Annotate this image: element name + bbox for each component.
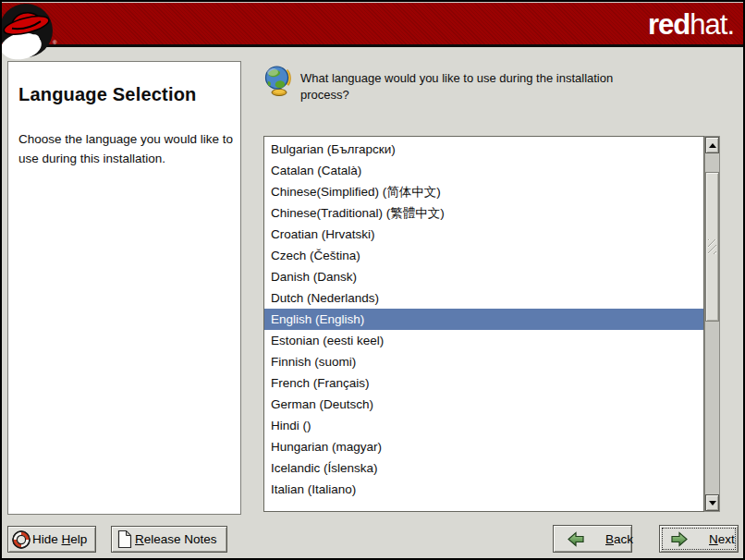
list-item[interactable]: Chinese(Simplified) (简体中文) xyxy=(264,181,703,202)
scroll-up-button[interactable] xyxy=(705,137,719,153)
list-item[interactable]: Icelandic (Íslenska) xyxy=(264,457,703,479)
list-item[interactable]: Estonian (eesti keel) xyxy=(264,330,703,351)
scroll-up-icon xyxy=(709,143,716,148)
help-text: Choose the language you would like to us… xyxy=(18,129,235,168)
list-item[interactable]: Chinese(Traditional) (繁體中文) xyxy=(264,202,703,224)
redhat-wordmark: redhat. xyxy=(648,8,734,42)
scrollbar-thumb[interactable] xyxy=(705,172,719,322)
hide-help-button[interactable]: Hide Help xyxy=(7,526,96,553)
redhat-shadowman-logo-icon: ® xyxy=(2,3,61,62)
title-banner: redhat. xyxy=(2,2,743,47)
list-item[interactable]: Dutch (Nederlands) xyxy=(264,287,703,309)
arrow-left-icon xyxy=(567,531,585,547)
scroll-down-icon xyxy=(709,501,716,505)
lifebuoy-icon xyxy=(11,530,31,550)
list-item[interactable]: Finnish (suomi) xyxy=(264,351,703,372)
next-button[interactable]: Next xyxy=(659,525,739,553)
list-item[interactable]: Czech (Čeština) xyxy=(264,245,703,266)
next-label: Next xyxy=(709,532,735,546)
list-item[interactable]: Hungarian (magyar) xyxy=(264,436,703,457)
list-item[interactable]: Italian (Italiano) xyxy=(264,479,703,500)
question-text: What language would you like to use duri… xyxy=(300,65,641,103)
back-button[interactable]: Back xyxy=(553,525,632,553)
wordmark-red: red xyxy=(648,8,690,41)
list-item[interactable]: Croatian (Hrvatski) xyxy=(264,224,703,245)
page-title: Language Selection xyxy=(18,84,229,105)
installer-window: redhat. ® Language Selection Choose the … xyxy=(0,0,745,560)
help-panel: Language Selection Choose the language y… xyxy=(7,61,241,515)
release-notes-button[interactable]: Release Notes xyxy=(111,526,227,553)
back-label: Back xyxy=(605,532,633,546)
list-item[interactable]: Bulgarian (Български) xyxy=(264,139,703,160)
arrow-right-icon xyxy=(670,531,689,547)
language-list[interactable]: Bulgarian (Български) Catalan (Català) C… xyxy=(263,136,704,512)
list-scrollbar[interactable] xyxy=(704,136,720,512)
list-item-selected[interactable]: English (English) xyxy=(264,309,703,330)
list-item[interactable]: Catalan (Català) xyxy=(264,160,703,181)
list-item[interactable]: Hindi () xyxy=(264,415,703,436)
list-item[interactable]: Danish (Dansk) xyxy=(264,266,703,287)
globe-icon xyxy=(264,65,292,96)
list-item[interactable]: German (Deutsch) xyxy=(264,394,703,415)
list-item[interactable]: French (Français) xyxy=(264,372,703,394)
scroll-down-button[interactable] xyxy=(705,494,719,511)
document-icon xyxy=(116,530,133,549)
hide-help-label: Hide Help xyxy=(32,532,87,546)
question-row: What language would you like to use duri… xyxy=(264,65,641,103)
wordmark-hat: hat. xyxy=(690,8,734,41)
release-notes-label: Release Notes xyxy=(135,532,217,546)
registered-mark: ® xyxy=(53,40,57,45)
